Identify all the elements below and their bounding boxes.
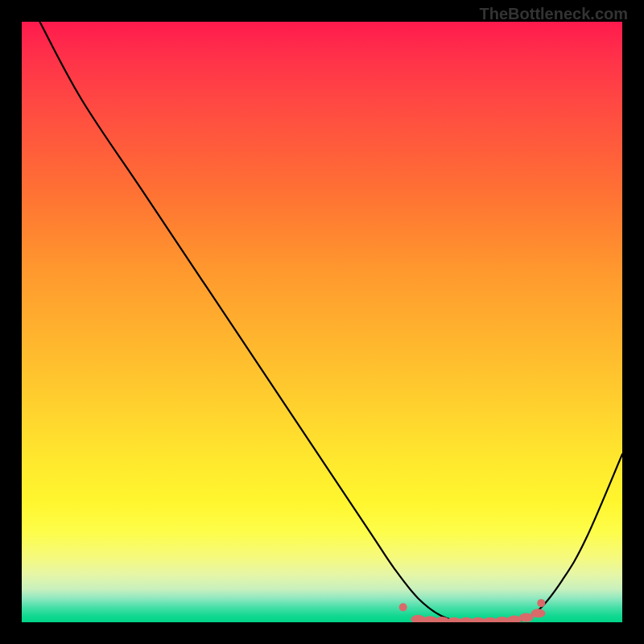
optimal-marker	[399, 603, 407, 611]
bottleneck-curve	[39, 22, 622, 622]
chart-container: TheBottleneck.com	[0, 0, 644, 644]
chart-svg	[22, 22, 622, 622]
watermark-text: TheBottleneck.com	[480, 5, 628, 23]
optimal-marker	[531, 609, 546, 617]
plot-area	[22, 22, 622, 622]
optimal-markers	[399, 599, 546, 622]
optimal-marker	[537, 599, 545, 607]
